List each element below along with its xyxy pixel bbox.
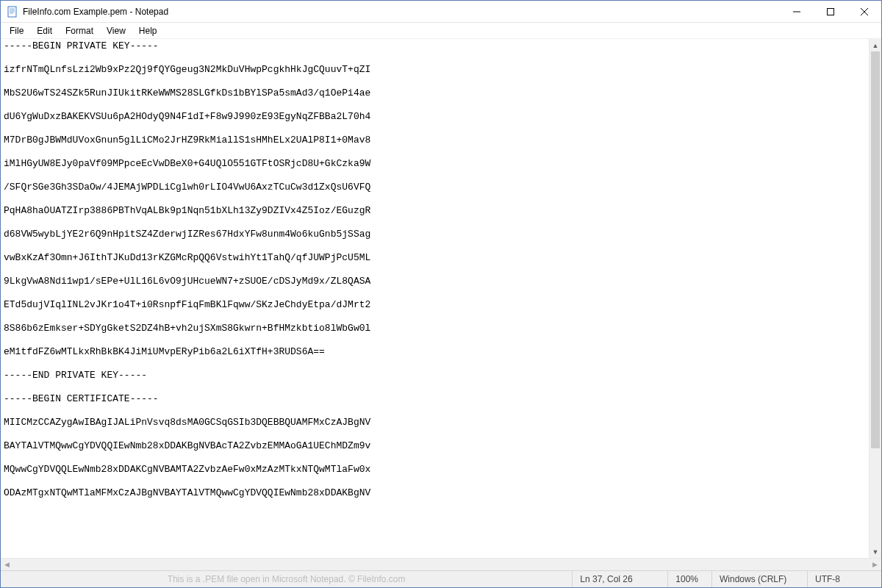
horizontal-scrollbar[interactable]: ◀ ▶: [1, 558, 881, 570]
status-zoom[interactable]: 100%: [668, 571, 712, 587]
menu-format[interactable]: Format: [60, 24, 99, 37]
scroll-up-arrow-icon[interactable]: ▲: [870, 39, 881, 51]
menu-file[interactable]: File: [4, 24, 29, 37]
scroll-right-arrow-icon[interactable]: ▶: [869, 559, 881, 571]
status-watermark: This is a .PEM file open in Microsoft No…: [1, 571, 573, 587]
vertical-scroll-thumb[interactable]: [871, 51, 880, 448]
statusbar: This is a .PEM file open in Microsoft No…: [1, 570, 881, 587]
window-title: FileInfo.com Example.pem - Notepad: [23, 7, 168, 17]
status-line-ending: Windows (CRLF): [712, 571, 808, 587]
scroll-left-arrow-icon[interactable]: ◀: [1, 559, 13, 571]
menu-edit[interactable]: Edit: [31, 24, 58, 37]
minimize-button[interactable]: [780, 1, 814, 23]
titlebar: FileInfo.com Example.pem - Notepad: [1, 1, 881, 23]
menu-help[interactable]: Help: [133, 24, 163, 37]
text-editor[interactable]: -----BEGIN PRIVATE KEY----- izfrNTmQLnfs…: [1, 39, 869, 558]
vertical-scrollbar[interactable]: ▲ ▼: [869, 39, 881, 558]
notepad-window: FileInfo.com Example.pem - Notepad File …: [0, 0, 882, 588]
menu-view[interactable]: View: [101, 24, 132, 37]
notepad-app-icon: [7, 6, 18, 18]
editor-area: -----BEGIN PRIVATE KEY----- izfrNTmQLnfs…: [1, 39, 881, 558]
scroll-down-arrow-icon[interactable]: ▼: [870, 545, 881, 558]
close-button[interactable]: [847, 1, 881, 23]
status-cursor-position: Ln 37, Col 26: [573, 571, 668, 587]
status-encoding: UTF-8: [808, 571, 881, 587]
maximize-button[interactable]: [814, 1, 847, 23]
svg-rect-6: [828, 8, 834, 15]
menubar: File Edit Format View Help: [1, 23, 881, 39]
